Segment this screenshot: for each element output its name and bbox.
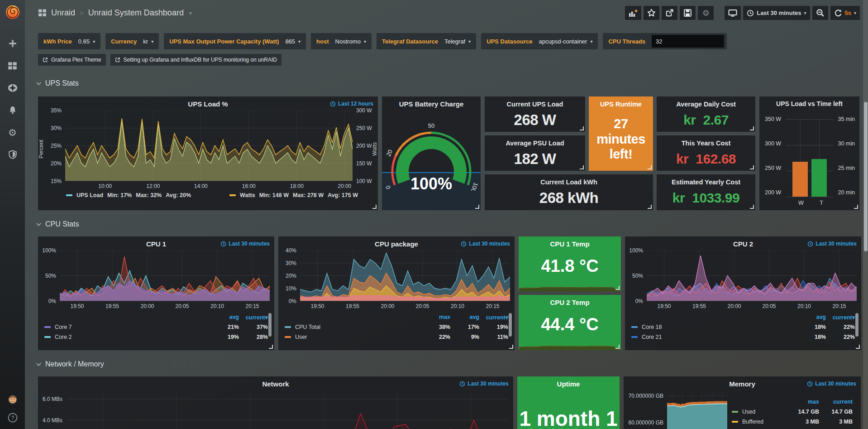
- series-toggle[interactable]: Core 2: [44, 334, 210, 340]
- server-admin-shield-icon[interactable]: [8, 149, 18, 159]
- refresh-interval-label[interactable]: 5s: [845, 10, 851, 16]
- section-network-memory[interactable]: Network / Memory: [25, 357, 868, 371]
- panel-time-override[interactable]: Last 30 minutes: [807, 241, 857, 247]
- link-ups-monitoring-guide[interactable]: Setting up Grafana and InfluxDB for UPS …: [110, 54, 282, 66]
- breadcrumb-root[interactable]: Unraid: [51, 8, 75, 18]
- legend-header-current[interactable]: current▾: [826, 314, 855, 321]
- zoom-out-button[interactable]: [812, 6, 828, 20]
- panel-time-override[interactable]: Last 30 minutes: [807, 381, 856, 387]
- page-scrollbar[interactable]: [863, 0, 868, 429]
- network-chart[interactable]: [66, 390, 508, 429]
- panel-time-override[interactable]: Last 12 hours: [330, 101, 373, 107]
- bar-T[interactable]: [811, 159, 827, 197]
- panel-title[interactable]: Average Daily Cost: [676, 96, 736, 108]
- cpu1-chart[interactable]: [60, 251, 270, 301]
- cpu-threads-input[interactable]: [652, 35, 724, 48]
- link-label: Setting up Grafana and InfluxDB for UPS …: [124, 57, 277, 63]
- create-plus-icon[interactable]: [8, 39, 18, 48]
- panel-title[interactable]: UPS Runtime: [600, 96, 642, 108]
- panel-title[interactable]: UPS Battery Charge: [382, 96, 481, 108]
- legend-header-current[interactable]: current: [819, 399, 853, 405]
- panel-title[interactable]: CPU 2 Temp: [519, 295, 621, 306]
- legend-header-current[interactable]: current▾: [239, 314, 268, 321]
- variable-value-dropdown[interactable]: Nostromo▾: [335, 38, 366, 45]
- series-toggle[interactable]: Core 21: [631, 334, 797, 340]
- temp-sparkline: [519, 276, 620, 291]
- dashboard-dropdown-caret-icon[interactable]: ▾: [189, 10, 192, 16]
- legend-header-current[interactable]: current▾: [479, 314, 508, 321]
- variable-value-dropdown[interactable]: 865▾: [285, 38, 300, 45]
- legend-header-avg[interactable]: avg: [797, 314, 826, 320]
- panel-title[interactable]: Current UPS Load: [507, 96, 563, 108]
- series-toggle[interactable]: User: [285, 334, 421, 340]
- share-button[interactable]: [662, 6, 677, 20]
- legend-item-ups-load[interactable]: UPS Load Min: 17% Max: 32% Avg: 20%: [66, 192, 191, 198]
- legend-item: Used 14.7 GB 14.7 GB: [732, 407, 853, 417]
- chevron-down-icon: ▾: [151, 39, 153, 44]
- legend-header-max[interactable]: max: [421, 314, 450, 320]
- section-ups-stats[interactable]: UPS Stats: [25, 77, 868, 90]
- panel-title[interactable]: UPS Load vs Time left: [759, 96, 859, 107]
- alerting-bell-icon[interactable]: [8, 105, 18, 115]
- breadcrumb-current[interactable]: Unraid System Dashboard: [88, 8, 184, 18]
- svg-text:?: ?: [11, 415, 14, 420]
- variable-value-dropdown[interactable]: kr▾: [143, 38, 153, 45]
- ups-load-vs-time-bars[interactable]: [786, 119, 833, 197]
- series-toggle[interactable]: Core 7: [44, 324, 210, 330]
- legend-scrollbar[interactable]: [855, 313, 858, 337]
- save-button[interactable]: [680, 6, 696, 20]
- refresh-button[interactable]: 5s ▾: [830, 6, 860, 20]
- help-icon[interactable]: ?: [8, 413, 18, 423]
- configuration-gear-icon[interactable]: ⚙: [8, 127, 18, 137]
- legend-header-avg[interactable]: avg: [210, 314, 239, 320]
- panel-title[interactable]: CPU 1 Temp: [519, 236, 621, 248]
- user-avatar[interactable]: [8, 395, 18, 405]
- panel-title[interactable]: Uptime: [517, 376, 620, 388]
- panel-time-override[interactable]: Last 30 minutes: [459, 381, 509, 387]
- external-link-icon: [43, 57, 48, 63]
- cpu2-chart[interactable]: [647, 251, 857, 301]
- series-toggle[interactable]: Used: [732, 409, 790, 415]
- legend-item: CPU Total 38% 17% 19%: [285, 322, 508, 332]
- bar-category-label: W: [798, 200, 804, 206]
- dashboard-settings-button[interactable]: ⚙: [698, 6, 714, 20]
- legend-scrollbar[interactable]: [268, 313, 272, 337]
- legend-header-max[interactable]: max: [790, 399, 819, 405]
- series-swatch: [44, 336, 51, 338]
- panel-title[interactable]: Estimated Yearly Cost: [672, 174, 740, 186]
- legend-header-avg[interactable]: avg: [450, 314, 479, 320]
- refresh-interval-caret-icon[interactable]: ▾: [854, 10, 856, 15]
- panel-title[interactable]: This Years Cost: [682, 135, 731, 147]
- bar-W[interactable]: [792, 162, 808, 197]
- grafana-logo-icon[interactable]: [4, 3, 22, 21]
- explore-compass-icon[interactable]: [8, 83, 18, 93]
- series-toggle[interactable]: Buffered: [732, 419, 790, 425]
- dashboard-grid-icon[interactable]: [38, 9, 47, 17]
- panel-time-override[interactable]: Last 30 minutes: [220, 241, 270, 247]
- time-range-picker[interactable]: Last 30 minutes ▾: [743, 6, 810, 20]
- variable-value-dropdown[interactable]: Telegraf▾: [444, 38, 471, 45]
- series-toggle[interactable]: CPU Total: [285, 324, 421, 330]
- memory-chart[interactable]: [667, 390, 727, 429]
- section-cpu-stats[interactable]: CPU Stats: [25, 217, 868, 231]
- link-grafana-plex-theme[interactable]: Grafana Plex Theme: [38, 54, 106, 66]
- panel-title[interactable]: UPS Load %: [38, 96, 378, 108]
- panel-title[interactable]: Current Load kWh: [540, 174, 597, 186]
- legend-item-watts[interactable]: Watts Min: 148 W Max: 278 W Avg: 175 W: [229, 192, 358, 198]
- panel-title[interactable]: Network: [38, 376, 513, 388]
- panel-title[interactable]: Average PSU Load: [506, 135, 564, 147]
- cpu-package-chart[interactable]: [300, 251, 510, 301]
- dashboards-icon[interactable]: [8, 61, 18, 71]
- ups-load-chart[interactable]: [65, 111, 353, 181]
- variable-value-dropdown[interactable]: apcupsd-container▾: [539, 38, 592, 45]
- panel-ups-runtime: UPS Runtime 27 minutes left!: [589, 96, 653, 171]
- add-panel-button[interactable]: [625, 6, 641, 20]
- tv-mode-button[interactable]: [725, 6, 741, 20]
- star-button[interactable]: [644, 6, 659, 20]
- variable-value-dropdown[interactable]: 0.65▾: [78, 38, 95, 45]
- series-toggle[interactable]: Core 18: [631, 324, 797, 330]
- bar-category-label: T: [820, 200, 823, 206]
- legend-scrollbar[interactable]: [509, 313, 512, 337]
- scrollbar-thumb[interactable]: [864, 102, 868, 251]
- panel-time-override[interactable]: Last 30 minutes: [461, 241, 510, 247]
